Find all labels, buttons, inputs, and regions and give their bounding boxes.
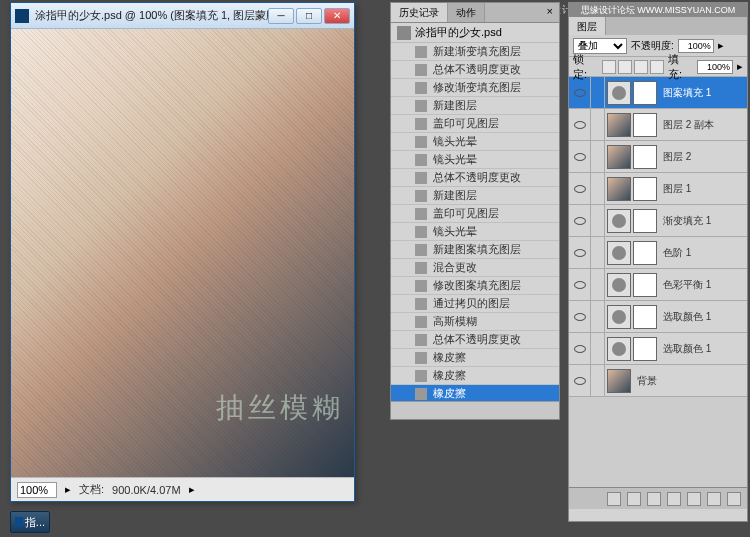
visibility-toggle[interactable]	[569, 301, 591, 332]
visibility-toggle[interactable]	[569, 269, 591, 300]
history-item[interactable]: 高斯模糊	[391, 313, 559, 331]
adjustment-layer-icon[interactable]	[667, 492, 681, 506]
history-snapshot[interactable]: 涂指甲的少女.psd	[391, 23, 559, 43]
history-item[interactable]: 修改图案填充图层	[391, 277, 559, 295]
history-item[interactable]: 新建图层	[391, 187, 559, 205]
layer-row[interactable]: 图层 2	[569, 141, 747, 173]
fill-input[interactable]	[697, 60, 733, 74]
history-item[interactable]: 新建渐变填充图层	[391, 43, 559, 61]
opacity-arrow-icon[interactable]: ▸	[718, 39, 724, 52]
layer-thumb[interactable]	[607, 209, 631, 233]
link-col[interactable]	[591, 301, 605, 332]
history-item[interactable]: 镜头光晕	[391, 133, 559, 151]
visibility-toggle[interactable]	[569, 237, 591, 268]
link-col[interactable]	[591, 173, 605, 204]
layer-row[interactable]: 选取颜色 1	[569, 333, 747, 365]
tab-history[interactable]: 历史记录	[391, 3, 448, 22]
status-arrow-icon[interactable]: ▸	[65, 483, 71, 496]
layer-row[interactable]: 背景	[569, 365, 747, 397]
layer-mask-thumb[interactable]	[633, 113, 657, 137]
zoom-input[interactable]	[17, 482, 57, 498]
taskbar-document-button[interactable]: 指...	[10, 511, 50, 533]
lock-pixels-icon[interactable]	[618, 60, 632, 74]
visibility-toggle[interactable]	[569, 141, 591, 172]
close-button[interactable]: ✕	[324, 8, 350, 24]
lock-position-icon[interactable]	[634, 60, 648, 74]
history-item[interactable]: 镜头光晕	[391, 151, 559, 169]
lock-transparent-icon[interactable]	[602, 60, 616, 74]
fill-arrow-icon[interactable]: ▸	[737, 60, 743, 73]
visibility-toggle[interactable]	[569, 205, 591, 236]
layer-mask-thumb[interactable]	[633, 209, 657, 233]
layer-mask-thumb[interactable]	[633, 241, 657, 265]
layer-thumb[interactable]	[607, 145, 631, 169]
layer-thumb[interactable]	[607, 273, 631, 297]
layer-row[interactable]: 色彩平衡 1	[569, 269, 747, 301]
link-col[interactable]	[591, 205, 605, 236]
layer-thumb[interactable]	[607, 81, 631, 105]
history-item[interactable]: 混合更改	[391, 259, 559, 277]
tab-actions[interactable]: 动作	[448, 3, 485, 22]
history-item[interactable]: 盖印可见图层	[391, 205, 559, 223]
link-col[interactable]	[591, 333, 605, 364]
layer-row[interactable]: 图层 1	[569, 173, 747, 205]
layer-mask-thumb[interactable]	[633, 145, 657, 169]
layer-thumb[interactable]	[607, 241, 631, 265]
history-item[interactable]: 橡皮擦	[391, 367, 559, 385]
history-item[interactable]: 总体不透明度更改	[391, 331, 559, 349]
history-item[interactable]: 修改渐变填充图层	[391, 79, 559, 97]
layer-mask-thumb[interactable]	[633, 81, 657, 105]
lock-all-icon[interactable]	[650, 60, 664, 74]
opacity-input[interactable]	[678, 39, 714, 53]
status-menu-icon[interactable]: ▸	[189, 483, 195, 496]
history-item[interactable]: 新建图层	[391, 97, 559, 115]
link-col[interactable]	[591, 141, 605, 172]
history-item[interactable]: 盖印可见图层	[391, 115, 559, 133]
link-col[interactable]	[591, 109, 605, 140]
maximize-button[interactable]: □	[296, 8, 322, 24]
visibility-toggle[interactable]	[569, 173, 591, 204]
layer-mask-thumb[interactable]	[633, 305, 657, 329]
layer-group-icon[interactable]	[687, 492, 701, 506]
layer-thumb[interactable]	[607, 177, 631, 201]
visibility-toggle[interactable]	[569, 109, 591, 140]
panel-menu-icon[interactable]: ×	[541, 3, 559, 22]
tab-layers[interactable]: 图层	[569, 17, 606, 35]
history-item[interactable]: 橡皮擦	[391, 385, 559, 401]
layer-thumb[interactable]	[607, 113, 631, 137]
link-col[interactable]	[591, 365, 605, 396]
history-item[interactable]: 镜头光晕	[391, 223, 559, 241]
layer-mask-thumb[interactable]	[633, 337, 657, 361]
link-col[interactable]	[591, 237, 605, 268]
new-layer-icon[interactable]	[707, 492, 721, 506]
document-canvas[interactable]: 抽丝模糊	[11, 29, 354, 477]
history-item[interactable]: 总体不透明度更改	[391, 61, 559, 79]
layer-thumb[interactable]	[607, 337, 631, 361]
layer-row[interactable]: 图层 2 副本	[569, 109, 747, 141]
visibility-toggle[interactable]	[569, 333, 591, 364]
minimize-button[interactable]: ─	[268, 8, 294, 24]
layer-row[interactable]: 选取颜色 1	[569, 301, 747, 333]
history-list[interactable]: 新建渐变填充图层总体不透明度更改修改渐变填充图层新建图层盖印可见图层镜头光晕镜头…	[391, 43, 559, 401]
link-layers-icon[interactable]	[607, 492, 621, 506]
layer-style-icon[interactable]	[627, 492, 641, 506]
document-titlebar[interactable]: 涂指甲的少女.psd @ 100% (图案填充 1, 图层蒙版/8) ─ □ ✕	[11, 3, 354, 29]
layer-thumb[interactable]	[607, 369, 631, 393]
visibility-toggle[interactable]	[569, 77, 591, 108]
link-col[interactable]	[591, 77, 605, 108]
history-item[interactable]: 新建图案填充图层	[391, 241, 559, 259]
layer-mask-thumb[interactable]	[633, 273, 657, 297]
layer-row[interactable]: 色阶 1	[569, 237, 747, 269]
layer-thumb[interactable]	[607, 305, 631, 329]
history-item[interactable]: 橡皮擦	[391, 349, 559, 367]
layer-row[interactable]: 图案填充 1	[569, 77, 747, 109]
layer-row[interactable]: 渐变填充 1	[569, 205, 747, 237]
history-item[interactable]: 总体不透明度更改	[391, 169, 559, 187]
layer-mask-icon[interactable]	[647, 492, 661, 506]
layers-list[interactable]: 图案填充 1图层 2 副本图层 2图层 1渐变填充 1色阶 1色彩平衡 1选取颜…	[569, 77, 747, 487]
history-item[interactable]: 通过拷贝的图层	[391, 295, 559, 313]
layer-mask-thumb[interactable]	[633, 177, 657, 201]
link-col[interactable]	[591, 269, 605, 300]
visibility-toggle[interactable]	[569, 365, 591, 396]
delete-layer-icon[interactable]	[727, 492, 741, 506]
